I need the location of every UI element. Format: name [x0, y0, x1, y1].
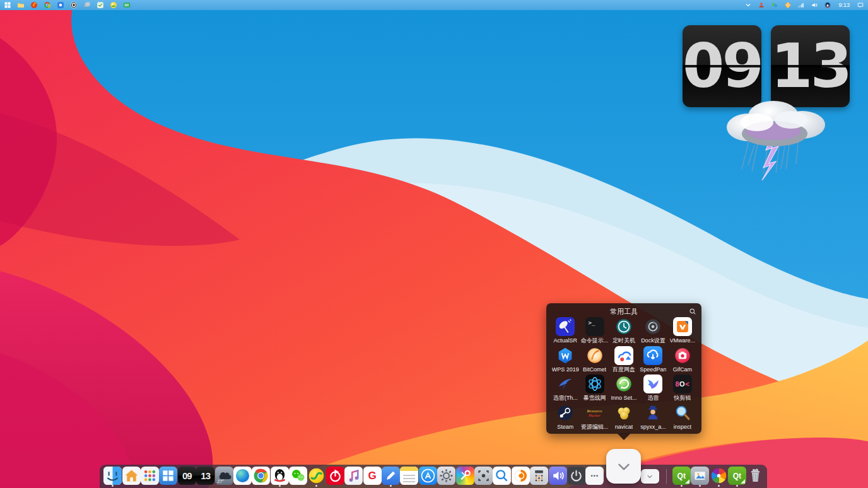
dock-item-media-swirl-app[interactable] — [307, 465, 326, 488]
app-inno-setup[interactable]: Inno Set... — [609, 375, 638, 404]
dock-item-chrome-browser[interactable] — [252, 465, 270, 488]
qt-creator-2-icon: Qt — [728, 467, 746, 485]
power-button-icon — [567, 467, 585, 485]
dock-item-launchpad[interactable] — [141, 465, 159, 488]
dock-item-system-preferences[interactable] — [437, 465, 455, 488]
dock-item-search-tool[interactable] — [493, 465, 511, 488]
running-indicator-dot — [112, 485, 114, 487]
hidden-icons-chevron-icon[interactable] — [744, 1, 752, 9]
dock-collapse-button[interactable] — [606, 449, 641, 484]
dock-item-qt-creator[interactable]: Qt — [672, 465, 691, 488]
app-speedpan[interactable]: SpeedPan — [638, 346, 667, 375]
dock-item-flip-hour-tile[interactable]: 09 — [178, 465, 196, 488]
dock-item-wechat[interactable] — [289, 465, 307, 488]
app-battlenet[interactable]: 暴雪战网 — [580, 375, 609, 404]
app-resource-hacker[interactable]: ResourceHacker资源编辑... — [580, 404, 609, 433]
dock-item-windows-start-tile[interactable] — [159, 465, 177, 488]
dock-item-home-app[interactable] — [122, 465, 140, 488]
app-steam[interactable]: Steam — [551, 404, 580, 433]
tray-clock[interactable]: 9:13 — [837, 0, 851, 10]
file-explorer-icon[interactable] — [17, 1, 25, 9]
windows-start-tile-icon — [159, 467, 177, 485]
app-thunder[interactable]: 迅雷 — [638, 375, 667, 404]
dock-item-more-button[interactable]: ••• — [585, 465, 604, 488]
app-kuaijianji[interactable]: 8O<快剪辑 — [668, 375, 697, 404]
app-vmware[interactable]: VMware... — [668, 317, 697, 346]
dock-item-flip-minute-tile[interactable]: 13 — [196, 465, 214, 488]
dock-item-qq[interactable] — [271, 465, 289, 488]
volume-tray-icon[interactable] — [811, 1, 818, 9]
app-timed-shutdown[interactable]: 定时关机 — [609, 317, 638, 346]
dock-collapse-small[interactable] — [641, 469, 659, 484]
app-wps-2019[interactable]: WPS 2019 — [551, 346, 580, 375]
dock-item-app-store[interactable] — [419, 465, 437, 488]
edge-browser-icon — [233, 467, 252, 485]
app-label: ActualSR — [553, 337, 577, 344]
app-label: 暴雪战网 — [584, 395, 606, 401]
dock-item-itunes-music[interactable] — [344, 465, 363, 488]
dock-item-edge-browser[interactable] — [233, 465, 252, 488]
running-indicator-dot — [736, 485, 738, 487]
search-icon[interactable] — [689, 308, 696, 315]
dock-item-weather-tile[interactable]: 27° — [214, 465, 233, 488]
app-actualsr[interactable]: ActualSR — [551, 317, 580, 346]
app-navicat[interactable]: navicat — [609, 404, 638, 433]
messenger-tray-icon[interactable] — [824, 1, 831, 9]
app-thunder-classic[interactable]: 迅雷(Th... — [551, 375, 580, 404]
app-gifcam[interactable]: GifCam — [668, 346, 697, 375]
dock-item-qt-creator-2[interactable]: Qt — [728, 465, 746, 488]
dock-item-toolbox-app[interactable] — [455, 465, 474, 488]
chrome-icon[interactable] — [44, 1, 51, 9]
dock-item-screenshot-tool[interactable] — [474, 465, 493, 488]
dock-item-contrast-app[interactable] — [512, 465, 530, 488]
dock-item-finder[interactable] — [103, 465, 122, 488]
dock-item-image-viewer[interactable] — [691, 465, 709, 488]
screenshot-tool-icon — [474, 467, 493, 485]
speedpan-icon — [643, 346, 662, 365]
dock-item-pinwheel-app[interactable] — [709, 465, 727, 488]
app-bitcomet[interactable]: BitComet — [580, 346, 609, 375]
weather-storm-widget[interactable] — [710, 95, 836, 180]
directx-tool-icon[interactable]: DX — [123, 1, 131, 9]
actualsr-icon — [556, 317, 575, 336]
status-tray-icon[interactable] — [771, 1, 778, 9]
globe-app-icon[interactable] — [110, 1, 117, 9]
dock-settings-icon — [643, 317, 662, 336]
dock-item-volume-control[interactable] — [548, 465, 566, 488]
media-player-app-icon[interactable] — [57, 1, 64, 9]
flip-seam — [771, 65, 850, 67]
flip-seam — [683, 65, 761, 67]
network-tray-icon[interactable] — [797, 1, 805, 9]
dock-item-power-button[interactable] — [567, 465, 585, 488]
dock-item-calculator[interactable] — [530, 465, 548, 488]
firefox-icon[interactable] — [30, 1, 38, 9]
app-spyxx[interactable]: spyxx_a... — [638, 404, 667, 433]
security-app-icon[interactable] — [97, 1, 104, 9]
app-label: 迅雷 — [647, 395, 659, 401]
dock-divider — [666, 469, 667, 484]
app-label: navicat — [615, 424, 633, 430]
tools-panel-title: 常用工具 — [551, 306, 697, 317]
app-command-prompt[interactable]: >_命令提示... — [580, 317, 609, 346]
app-store-icon — [419, 467, 437, 485]
dock-item-red-g-app[interactable]: G — [363, 465, 381, 488]
app-label: 百度网盘 — [613, 366, 635, 373]
action-center-icon[interactable] — [857, 1, 864, 9]
system-tool-app-icon[interactable] — [83, 1, 91, 9]
dock-item-notes[interactable] — [400, 465, 418, 488]
pinwheel-app-icon — [710, 467, 728, 485]
hotspot-tray-icon[interactable] — [784, 1, 792, 9]
recorder-app-icon[interactable] — [70, 1, 78, 9]
app-inspect[interactable]: inspect — [668, 404, 697, 433]
app-label: WPS 2019 — [552, 366, 579, 373]
app-baidu-netdisk[interactable]: 百度网盘 — [609, 346, 638, 375]
dock-item-editor-pencil-app[interactable] — [382, 465, 400, 488]
user-tray-icon[interactable] — [758, 1, 765, 9]
app-dock-settings[interactable]: Dock设置 — [638, 317, 667, 346]
app-label: 资源编辑... — [581, 424, 609, 430]
dock-item-trash[interactable] — [746, 465, 765, 488]
start-button-icon[interactable] — [4, 1, 11, 9]
dock-item-netease-music[interactable] — [326, 465, 344, 488]
app-label: spyxx_a... — [640, 424, 666, 430]
thunder-icon — [643, 375, 662, 393]
